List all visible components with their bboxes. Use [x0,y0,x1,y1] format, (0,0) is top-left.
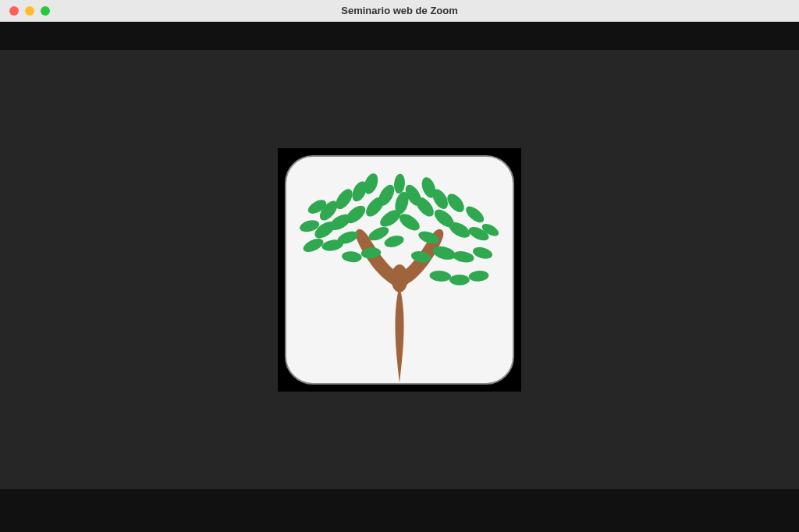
svg-point-37 [449,274,470,285]
svg-point-0 [301,236,325,254]
svg-point-18 [393,173,406,194]
svg-point-35 [471,245,493,261]
minimize-button[interactable] [25,6,34,16]
svg-point-34 [452,250,475,264]
close-button[interactable] [9,6,19,16]
window-titlebar: Seminario web de Zoom [0,0,799,22]
svg-point-20 [383,233,405,249]
svg-point-29 [463,203,487,225]
window-title: Seminario web de Zoom [0,5,799,16]
top-toolbar [0,22,799,50]
bottom-toolbar [0,489,799,532]
tree-person-icon [286,157,513,383]
window-controls [0,6,50,16]
maximize-button[interactable] [41,6,50,16]
tree-head [391,264,408,293]
video-content-area [0,50,799,489]
svg-point-12 [341,250,362,263]
svg-point-38 [468,269,489,282]
participant-avatar [285,155,514,385]
svg-point-36 [429,269,452,282]
participant-video-tile[interactable] [278,148,521,392]
